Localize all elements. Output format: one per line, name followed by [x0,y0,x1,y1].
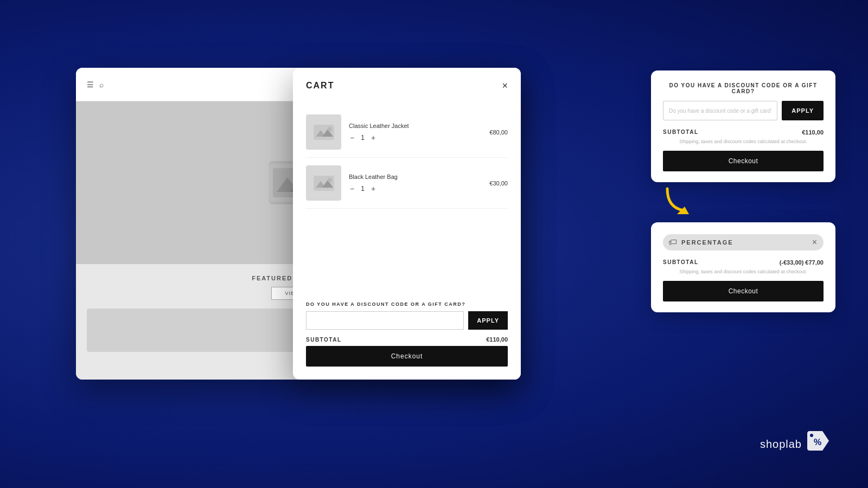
qty-decrease-2[interactable]: − [349,184,355,193]
cart-item-qty-1: − 1 + [349,133,482,142]
card2-subtotal-label: SUBTOTAL [663,259,699,266]
cart-panel: CART × Classic Leather Jacket − [293,68,521,380]
card2-subtotal-row: SUBTOTAL (-€33,00) €77,00 [663,259,824,266]
cart-subtotal-value: €110,00 [486,336,508,343]
discount-card-before: DO YOU HAVE A DISCOUNT CODE OR A GIFT CA… [651,70,835,182]
cart-item: Classic Leather Jacket − 1 + €80,00 [306,107,508,158]
cart-subtotal-row: SUBTOTAL €110,00 [306,336,508,343]
cart-item-details-2: Black Leather Bag − 1 + [349,174,482,193]
discount-tag-name: PERCENTAGE [681,239,733,246]
cart-item: Black Leather Bag − 1 + €30,00 [306,158,508,209]
cart-item-image-1 [306,114,341,150]
card2-shipping-note: Shipping, taxes and discount codes calcu… [663,269,824,274]
right-panel: DO YOU HAVE A DISCOUNT CODE OR A GIFT CA… [651,70,835,312]
card1-shipping-note: Shipping, taxes and discount codes calcu… [663,139,824,144]
search-icon[interactable]: ⌕ [99,80,104,89]
cart-discount-input-row: APPLY [306,311,508,330]
card1-subtotal-value: €110,00 [802,129,824,136]
cart-item-price-1: €80,00 [489,129,508,136]
cart-item-name-1: Classic Leather Jacket [349,123,482,129]
shoplab-logo: % [806,430,830,458]
svg-point-12 [328,178,332,182]
card1-input-row: APPLY [663,101,824,120]
card2-subtotal-value: (-€33,00) €77,00 [780,259,824,266]
svg-point-8 [328,127,332,131]
svg-rect-9 [314,176,334,191]
cart-discount-section: DO YOU HAVE A DISCOUNT CODE OR A GIFT CA… [306,301,508,367]
card2-checkout-button[interactable]: Checkout [663,281,824,301]
hamburger-icon[interactable]: ☰ [87,80,94,89]
qty-value-1: 1 [361,134,365,142]
discount-card-after: 🏷 PERCENTAGE × SUBTOTAL (-€33,00) €77,00… [651,222,835,312]
svg-text:%: % [814,438,821,447]
shoplab-brand: shoplab % [760,430,830,458]
qty-decrease-1[interactable]: − [349,133,355,142]
cart-item-details-1: Classic Leather Jacket − 1 + [349,123,482,142]
card1-subtotal-row: SUBTOTAL €110,00 [663,129,824,136]
cart-items: Classic Leather Jacket − 1 + €80,00 [306,107,508,294]
tag-icon: 🏷 [668,237,677,247]
cart-discount-input[interactable] [306,311,464,330]
card1-subtotal-label: SUBTOTAL [663,129,699,136]
shoplab-name: shoplab [760,438,802,451]
qty-increase-1[interactable]: + [370,133,376,142]
qty-value-2: 1 [361,185,365,192]
card1-apply-button[interactable]: APPLY [782,101,824,120]
svg-rect-5 [314,125,334,140]
qty-increase-2[interactable]: + [370,184,376,193]
cart-item-image-2 [306,165,341,201]
cart-subtotal-label: SUBTOTAL [306,337,342,343]
cart-discount-label: DO YOU HAVE A DISCOUNT CODE OR A GIFT CA… [306,301,508,307]
tag-left: 🏷 PERCENTAGE [668,237,733,247]
product-card-1 [87,309,295,352]
cart-item-price-2: €30,00 [489,180,508,187]
cart-header: CART × [306,81,508,96]
cart-checkout-button[interactable]: Checkout [306,346,508,367]
cart-title: CART [306,81,334,91]
cart-close-button[interactable]: × [502,81,508,91]
applied-discount-tag: 🏷 PERCENTAGE × [663,234,824,251]
arrow-container [651,189,835,216]
card1-checkout-button[interactable]: Checkout [663,151,824,171]
header-icons: ☰ ⌕ [87,80,104,89]
card1-input[interactable] [663,101,777,120]
cart-item-name-2: Black Leather Bag [349,174,482,180]
tag-close-button[interactable]: × [812,238,817,247]
cart-apply-button[interactable]: APPLY [468,311,508,330]
yellow-arrow-icon [662,186,694,219]
cart-item-qty-2: − 1 + [349,184,482,193]
card1-title: DO YOU HAVE A DISCOUNT CODE OR A GIFT CA… [663,82,824,94]
svg-point-14 [810,434,813,437]
